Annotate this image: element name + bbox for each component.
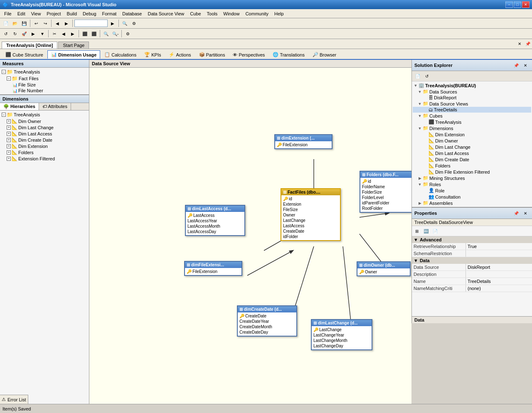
menu-item-tools[interactable]: Tools	[204, 10, 220, 17]
menu-item-file[interactable]: File	[2, 10, 14, 17]
menu-item-view[interactable]: View	[29, 10, 44, 17]
tb2-3[interactable]: ▶	[29, 30, 37, 38]
expand-dim-cd[interactable]: +	[7, 138, 11, 142]
tb2-4[interactable]: ▼	[38, 30, 47, 38]
menu-item-community[interactable]: Community	[243, 10, 271, 17]
table-dimextension[interactable]: ⊞ dimExtension (... 🔑 FileExtension	[274, 134, 332, 149]
tb2-2[interactable]: ↻	[11, 30, 19, 38]
errorlist-tab[interactable]: ⚠ Error List	[0, 395, 28, 404]
tb2-6[interactable]: ◀	[59, 30, 68, 38]
props-tb-properties[interactable]: 📄	[431, 227, 439, 235]
tb2-9[interactable]: ⬛	[90, 30, 98, 38]
se-dim-extension[interactable]: 📐 Dim Extension	[413, 131, 531, 138]
se-dims-expand[interactable]: ▼	[418, 126, 422, 130]
measures-factfiles[interactable]: − 📁 Fact Files	[1, 75, 88, 82]
se-dim-owner[interactable]: 📐 Dim Owner	[413, 138, 531, 144]
prop-ds-value[interactable]: DiskReport	[466, 264, 532, 270]
props-group-advanced[interactable]: ▼ Advanced	[412, 236, 532, 243]
expand-dim-ta[interactable]: −	[2, 113, 6, 117]
se-dim-lastaccess[interactable]: 📐 Dim Last Access	[413, 150, 531, 156]
se-cubes-folder[interactable]: ▼ 📁 Cubes	[413, 113, 531, 119]
menu-item-window[interactable]: Window	[221, 10, 242, 17]
measure-filenumber[interactable]: 📊 File Number	[1, 88, 88, 93]
se-mining-expand[interactable]: ▶	[418, 176, 422, 180]
solexp-close[interactable]: ✕	[521, 61, 530, 69]
prop-name-value[interactable]: TreeDetails	[466, 278, 532, 285]
table-dimfileextension[interactable]: ⊞ dimFileExtensi... 🔑 FileExtension	[184, 261, 242, 276]
tb2-zoomout[interactable]: 🔍-	[111, 30, 120, 38]
prop-schema-value[interactable]	[466, 250, 532, 257]
tb-save[interactable]: 💾	[20, 19, 28, 27]
prop-match-value[interactable]: (none)	[466, 285, 532, 292]
props-tb-alpha[interactable]: 🔤	[422, 227, 430, 235]
table-dimlastchange[interactable]: ⊞ dimLastChange (d... 🔑 LastChange LastC…	[311, 319, 372, 350]
dim-tab-attributes[interactable]: 🏷 Attributes	[39, 103, 71, 110]
tb-redo[interactable]: ↪	[41, 19, 49, 27]
se-dsv-expand[interactable]: ▼	[418, 102, 422, 106]
menu-item-cube[interactable]: Cube	[187, 10, 203, 17]
tb2-deploy[interactable]: 🚀	[20, 30, 28, 38]
expand-dim-ext[interactable]: +	[7, 144, 11, 148]
maximize-button[interactable]: □	[514, 1, 521, 8]
menu-item-data source view[interactable]: Data Source View	[145, 10, 187, 17]
dim-createdate[interactable]: + 📐 Dim Create Date	[1, 137, 88, 143]
cubetab-partitions[interactable]: 📦 Partitions	[195, 50, 229, 59]
tb-extra2[interactable]: ⚙	[130, 19, 138, 27]
tb2-7[interactable]: ▶	[69, 30, 77, 38]
tb2-1[interactable]: ↺	[2, 30, 10, 38]
tab-startpage[interactable]: Start Page	[58, 42, 89, 49]
prop-desc-value[interactable]	[466, 271, 532, 278]
menu-item-database[interactable]: Database	[120, 10, 144, 17]
cubetab-actions[interactable]: ⚡ Actions	[165, 50, 195, 59]
tb-open[interactable]: 📂	[11, 19, 19, 27]
se-mining-folder[interactable]: ▶ 📁 Mining Structures	[413, 175, 531, 181]
tb2-5[interactable]: ✂	[50, 30, 59, 38]
se-assemblies-folder[interactable]: ▶ 📁 Assemblies	[413, 200, 531, 206]
cubetab-translations[interactable]: 🌐 Translations	[269, 50, 308, 59]
se-diskreport[interactable]: 🗄 DiskReport	[413, 95, 531, 101]
cubetab-kpis[interactable]: 🏆 KPIs	[140, 50, 165, 59]
menu-item-project[interactable]: Project	[44, 10, 63, 17]
cubetab-calculations[interactable]: 📋 Calculations	[101, 50, 140, 59]
expand-treeanalysis[interactable]: −	[2, 70, 6, 74]
table-folders[interactable]: ⊞ Folders (dbo.F... 🔑 id FolderName Fold…	[360, 171, 411, 213]
props-close[interactable]: ✕	[521, 209, 530, 217]
expand-dim-lc[interactable]: +	[7, 125, 11, 130]
se-role[interactable]: 👤 Role	[413, 187, 531, 194]
tb-forward[interactable]: ▶	[62, 19, 71, 27]
tb-go[interactable]: ▶	[108, 19, 117, 27]
expand-dim-la[interactable]: +	[7, 132, 11, 136]
tab-treanalysis-online[interactable]: TreeAnalysis [Online]	[2, 42, 57, 49]
dim-extfiltered[interactable]: + 📐 Extension Filtered	[1, 155, 88, 162]
props-pin[interactable]: 📌	[512, 209, 520, 217]
menu-item-help[interactable]: Help	[272, 10, 286, 17]
dim-lastchange[interactable]: + 📐 Dim Last Change	[1, 124, 88, 130]
expand-dim-ef[interactable]: +	[7, 157, 11, 161]
se-consultation[interactable]: 👥 Consultation	[413, 194, 531, 200]
dim-treeanalysis[interactable]: − 📁 TreeAnalysis	[1, 111, 88, 118]
dim-extension[interactable]: + 📐 Dim Extension	[1, 143, 88, 149]
menu-item-debug[interactable]: Debug	[80, 10, 99, 17]
solexp-pin[interactable]: 📌	[512, 61, 520, 69]
se-ds-expand[interactable]: ▼	[418, 90, 422, 94]
table-factfiles[interactable]: ⊞ FactFiles (dbo.... 🔑 id Extension File…	[281, 188, 341, 241]
se-asm-expand[interactable]: ▶	[418, 201, 422, 205]
menu-item-build[interactable]: Build	[64, 10, 79, 17]
tb-new[interactable]: 📄	[2, 19, 10, 27]
se-dim-lastchange[interactable]: 📐 Dim Last Change	[413, 144, 531, 150]
menu-item-format[interactable]: Format	[100, 10, 119, 17]
tb2-8[interactable]: ⬛	[81, 30, 89, 38]
solexp-tb-refresh[interactable]: ↺	[423, 72, 431, 80]
se-cubes-expand[interactable]: ▼	[418, 114, 422, 118]
expand-dim-owner[interactable]: +	[7, 119, 11, 123]
minimize-button[interactable]: −	[505, 1, 513, 8]
dim-tab-hierarchies[interactable]: 🌳 Hierarchies	[0, 103, 39, 110]
se-roles-expand[interactable]: ▼	[418, 182, 422, 187]
se-dim-folders[interactable]: 📐 Folders	[413, 162, 531, 169]
close-button[interactable]: ✕	[522, 1, 530, 8]
se-dim-extfiltered[interactable]: 📐 Dim File Extension Filtered	[413, 169, 531, 175]
tb2-zoom[interactable]: 🔍	[102, 30, 110, 38]
toolbar-input[interactable]	[74, 20, 108, 27]
tab-pin-btn[interactable]: 📌	[524, 39, 532, 48]
tab-close-btn[interactable]: ✕	[515, 39, 524, 48]
